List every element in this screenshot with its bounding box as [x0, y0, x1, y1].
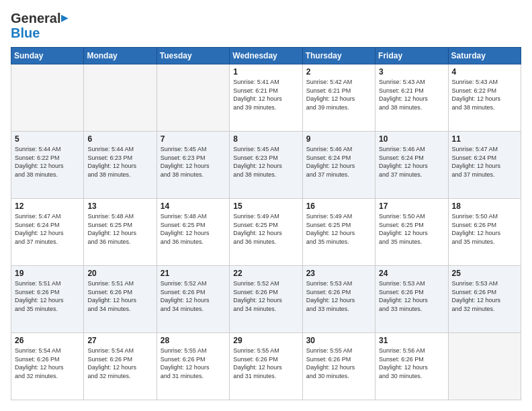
- table-row: [84, 64, 157, 132]
- day-info: Sunrise: 5:55 AM Sunset: 6:26 PM Dayligh…: [233, 347, 298, 380]
- day-number: 15: [233, 201, 298, 211]
- table-row: 1Sunrise: 5:41 AM Sunset: 6:21 PM Daylig…: [230, 64, 302, 132]
- day-info: Sunrise: 5:55 AM Sunset: 6:26 PM Dayligh…: [161, 347, 226, 380]
- table-row: 22Sunrise: 5:52 AM Sunset: 6:26 PM Dayli…: [230, 266, 302, 333]
- day-info: Sunrise: 5:50 AM Sunset: 6:26 PM Dayligh…: [452, 212, 517, 246]
- day-number: 1: [233, 67, 298, 77]
- day-info: Sunrise: 5:56 AM Sunset: 6:26 PM Dayligh…: [379, 347, 444, 380]
- day-number: 10: [379, 134, 444, 144]
- day-info: Sunrise: 5:54 AM Sunset: 6:26 PM Dayligh…: [15, 347, 80, 380]
- day-number: 30: [306, 336, 371, 345]
- table-row: 8Sunrise: 5:45 AM Sunset: 6:23 PM Daylig…: [230, 132, 302, 199]
- day-info: Sunrise: 5:53 AM Sunset: 6:26 PM Dayligh…: [306, 279, 371, 313]
- day-number: 14: [161, 201, 226, 211]
- day-info: Sunrise: 5:42 AM Sunset: 6:21 PM Dayligh…: [306, 78, 371, 111]
- calendar-week-row: 5Sunrise: 5:44 AM Sunset: 6:22 PM Daylig…: [11, 132, 521, 199]
- table-row: 21Sunrise: 5:52 AM Sunset: 6:26 PM Dayli…: [157, 266, 229, 333]
- table-row: 16Sunrise: 5:49 AM Sunset: 6:25 PM Dayli…: [302, 199, 375, 266]
- day-info: Sunrise: 5:43 AM Sunset: 6:21 PM Dayligh…: [379, 78, 444, 111]
- day-number: 4: [452, 67, 517, 77]
- day-info: Sunrise: 5:45 AM Sunset: 6:23 PM Dayligh…: [233, 145, 298, 179]
- col-saturday: Saturday: [448, 48, 521, 64]
- calendar-table: Sunday Monday Tuesday Wednesday Thursday…: [11, 47, 521, 400]
- table-row: 11Sunrise: 5:47 AM Sunset: 6:24 PM Dayli…: [448, 132, 521, 199]
- page: General▶ Blue Sunday Monday Tuesday Wedn…: [0, 0, 532, 411]
- table-row: 25Sunrise: 5:53 AM Sunset: 6:26 PM Dayli…: [448, 266, 521, 333]
- table-row: 2Sunrise: 5:42 AM Sunset: 6:21 PM Daylig…: [302, 64, 375, 132]
- day-number: 13: [87, 201, 152, 211]
- table-row: 17Sunrise: 5:50 AM Sunset: 6:25 PM Dayli…: [375, 199, 448, 266]
- table-row: 20Sunrise: 5:51 AM Sunset: 6:26 PM Dayli…: [84, 266, 157, 333]
- day-info: Sunrise: 5:45 AM Sunset: 6:23 PM Dayligh…: [161, 145, 226, 179]
- table-row: 3Sunrise: 5:43 AM Sunset: 6:21 PM Daylig…: [375, 64, 448, 132]
- day-number: 27: [87, 336, 152, 345]
- day-info: Sunrise: 5:48 AM Sunset: 6:25 PM Dayligh…: [87, 212, 152, 246]
- day-info: Sunrise: 5:46 AM Sunset: 6:24 PM Dayligh…: [379, 145, 444, 179]
- day-number: 25: [452, 269, 517, 278]
- day-number: 31: [379, 336, 444, 345]
- day-info: Sunrise: 5:48 AM Sunset: 6:25 PM Dayligh…: [161, 212, 226, 246]
- day-number: 22: [233, 269, 298, 278]
- day-number: 23: [306, 269, 371, 278]
- table-row: 18Sunrise: 5:50 AM Sunset: 6:26 PM Dayli…: [448, 199, 521, 266]
- day-number: 21: [161, 269, 226, 278]
- day-info: Sunrise: 5:54 AM Sunset: 6:26 PM Dayligh…: [87, 347, 152, 380]
- day-number: 29: [233, 336, 298, 345]
- day-info: Sunrise: 5:53 AM Sunset: 6:26 PM Dayligh…: [452, 279, 517, 313]
- day-number: 8: [233, 134, 298, 144]
- logo-blue-label: Blue: [11, 26, 40, 40]
- day-number: 26: [15, 336, 80, 345]
- header: General▶ Blue: [11, 11, 521, 40]
- day-info: Sunrise: 5:44 AM Sunset: 6:22 PM Dayligh…: [15, 145, 80, 179]
- day-number: 7: [161, 134, 226, 144]
- table-row: 23Sunrise: 5:53 AM Sunset: 6:26 PM Dayli…: [302, 266, 375, 333]
- day-number: 9: [306, 134, 371, 144]
- col-wednesday: Wednesday: [230, 48, 302, 64]
- day-info: Sunrise: 5:49 AM Sunset: 6:25 PM Dayligh…: [233, 212, 298, 246]
- col-thursday: Thursday: [302, 48, 375, 64]
- table-row: 26Sunrise: 5:54 AM Sunset: 6:26 PM Dayli…: [11, 333, 84, 400]
- day-info: Sunrise: 5:41 AM Sunset: 6:21 PM Dayligh…: [233, 78, 298, 111]
- col-monday: Monday: [84, 48, 157, 64]
- table-row: 7Sunrise: 5:45 AM Sunset: 6:23 PM Daylig…: [157, 132, 229, 199]
- table-row: 6Sunrise: 5:44 AM Sunset: 6:23 PM Daylig…: [84, 132, 157, 199]
- table-row: 4Sunrise: 5:43 AM Sunset: 6:22 PM Daylig…: [448, 64, 521, 132]
- table-row: 5Sunrise: 5:44 AM Sunset: 6:22 PM Daylig…: [11, 132, 84, 199]
- day-info: Sunrise: 5:47 AM Sunset: 6:24 PM Dayligh…: [452, 145, 517, 179]
- day-info: Sunrise: 5:44 AM Sunset: 6:23 PM Dayligh…: [87, 145, 152, 179]
- day-info: Sunrise: 5:49 AM Sunset: 6:25 PM Dayligh…: [306, 212, 371, 246]
- table-row: 12Sunrise: 5:47 AM Sunset: 6:24 PM Dayli…: [11, 199, 84, 266]
- col-friday: Friday: [375, 48, 448, 64]
- day-info: Sunrise: 5:52 AM Sunset: 6:26 PM Dayligh…: [233, 279, 298, 313]
- day-info: Sunrise: 5:51 AM Sunset: 6:26 PM Dayligh…: [87, 279, 152, 313]
- logo: General▶ Blue: [11, 11, 69, 40]
- table-row: [157, 64, 229, 132]
- logo-general-text: General: [11, 11, 60, 26]
- day-number: 20: [87, 269, 152, 278]
- day-number: 28: [161, 336, 226, 345]
- day-info: Sunrise: 5:46 AM Sunset: 6:24 PM Dayligh…: [306, 145, 371, 179]
- day-number: 3: [379, 67, 444, 77]
- calendar-week-row: 19Sunrise: 5:51 AM Sunset: 6:26 PM Dayli…: [11, 266, 521, 333]
- table-row: 30Sunrise: 5:55 AM Sunset: 6:26 PM Dayli…: [302, 333, 375, 400]
- day-number: 6: [87, 134, 152, 144]
- table-row: 19Sunrise: 5:51 AM Sunset: 6:26 PM Dayli…: [11, 266, 84, 333]
- table-row: 13Sunrise: 5:48 AM Sunset: 6:25 PM Dayli…: [84, 199, 157, 266]
- day-number: 2: [306, 67, 371, 77]
- day-number: 17: [379, 201, 444, 211]
- calendar-week-row: 12Sunrise: 5:47 AM Sunset: 6:24 PM Dayli…: [11, 199, 521, 266]
- table-row: 24Sunrise: 5:53 AM Sunset: 6:26 PM Dayli…: [375, 266, 448, 333]
- table-row: 31Sunrise: 5:56 AM Sunset: 6:26 PM Dayli…: [375, 333, 448, 400]
- day-number: 5: [15, 134, 80, 144]
- col-tuesday: Tuesday: [157, 48, 229, 64]
- day-info: Sunrise: 5:51 AM Sunset: 6:26 PM Dayligh…: [15, 279, 80, 313]
- day-info: Sunrise: 5:55 AM Sunset: 6:26 PM Dayligh…: [306, 347, 371, 380]
- day-info: Sunrise: 5:53 AM Sunset: 6:26 PM Dayligh…: [379, 279, 444, 313]
- day-info: Sunrise: 5:52 AM Sunset: 6:26 PM Dayligh…: [161, 279, 226, 313]
- day-number: 18: [452, 201, 517, 211]
- day-number: 19: [15, 269, 80, 278]
- calendar-week-row: 26Sunrise: 5:54 AM Sunset: 6:26 PM Dayli…: [11, 333, 521, 400]
- table-row: 10Sunrise: 5:46 AM Sunset: 6:24 PM Dayli…: [375, 132, 448, 199]
- col-sunday: Sunday: [11, 48, 84, 64]
- table-row: 27Sunrise: 5:54 AM Sunset: 6:26 PM Dayli…: [84, 333, 157, 400]
